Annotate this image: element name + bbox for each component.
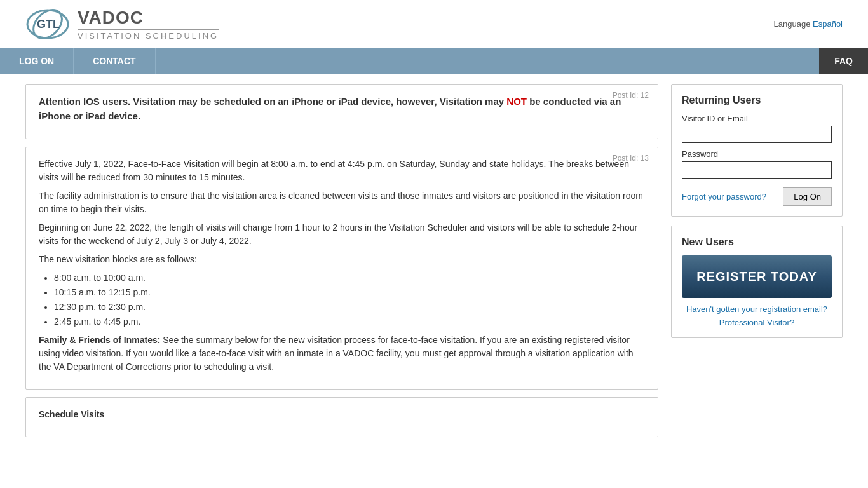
password-label: Password <box>682 149 832 159</box>
schedule-visits-title: Schedule Visits <box>39 409 104 419</box>
attention-message: Attention IOS users. Visitation may be s… <box>39 95 645 123</box>
nav-contact[interactable]: CONTACT <box>74 48 155 74</box>
visitation-blocks-list: 8:00 a.m. to 10:00 a.m. 10:15 a.m. to 12… <box>54 271 645 329</box>
content-area: Post Id: 12 Attention IOS users. Visitat… <box>25 84 658 437</box>
post2-para1: Effective July 1, 2022, Face-to-Face Vis… <box>39 158 645 184</box>
new-users-box: New Users REGISTER TODAY Haven't gotten … <box>671 226 843 338</box>
block-item-1: 8:00 a.m. to 10:00 a.m. <box>54 271 645 285</box>
espanol-link[interactable]: Español <box>813 19 843 29</box>
post-id-1: Post Id: 12 <box>613 91 649 100</box>
logon-button[interactable]: Log On <box>783 187 832 206</box>
block-item-2: 10:15 a.m. to 12:15 p.m. <box>54 286 645 299</box>
family-friends-label: Family & Friends of Inmates: <box>39 335 160 345</box>
block-item-4: 2:45 p.m. to 4:45 p.m. <box>54 315 645 329</box>
sidebar: Returning Users Visitor ID or Email Pass… <box>671 84 843 437</box>
logo-text-block: VADOC VISITATION SCHEDULING <box>78 8 219 41</box>
post2-para3: Beginning on June 22, 2022, the length o… <box>39 221 645 248</box>
language-selector: Language Español <box>774 19 843 29</box>
nav-logon[interactable]: LOG ON <box>0 48 74 74</box>
nav-faq[interactable]: FAQ <box>819 48 868 74</box>
visitor-id-label: Visitor ID or Email <box>682 114 832 123</box>
form-actions: Forgot your password? Log On <box>682 187 832 206</box>
post-card-1: Post Id: 12 Attention IOS users. Visitat… <box>25 84 658 139</box>
visitor-id-input[interactable] <box>682 126 832 143</box>
no-registration-email-link[interactable]: Haven't gotten your registration email? <box>682 304 832 314</box>
post2-para2: The facility administration is to ensure… <box>39 189 645 216</box>
language-label: Language <box>774 19 811 29</box>
gtl-logo-icon: GTL <box>25 6 70 41</box>
password-input[interactable] <box>682 161 832 179</box>
header: GTL VADOC VISITATION SCHEDULING Language… <box>0 0 868 48</box>
professional-visitor-link[interactable]: Professional Visitor? <box>682 318 832 327</box>
not-label: NOT <box>506 96 527 107</box>
returning-users-box: Returning Users Visitor ID or Email Pass… <box>671 84 843 217</box>
forgot-password-link[interactable]: Forgot your password? <box>682 192 766 201</box>
vadoc-title: VADOC <box>78 8 219 30</box>
post-card-3: Schedule Visits <box>25 397 658 437</box>
post-card-2: Post Id: 13 Effective July 1, 2022, Face… <box>25 147 658 390</box>
logo-area: GTL VADOC VISITATION SCHEDULING <box>25 6 219 41</box>
post-id-2: Post Id: 13 <box>613 154 649 163</box>
svg-text:GTL: GTL <box>37 18 60 30</box>
returning-users-title: Returning Users <box>682 95 832 106</box>
main-container: Post Id: 12 Attention IOS users. Visitat… <box>0 74 868 447</box>
register-today-button[interactable]: REGISTER TODAY <box>682 255 832 298</box>
new-users-title: New Users <box>682 236 832 248</box>
block-item-3: 12:30 p.m. to 2:30 p.m. <box>54 301 645 314</box>
subtitle-label: VISITATION SCHEDULING <box>78 31 219 41</box>
post2-para4: The new visitation blocks are as follows… <box>39 253 645 266</box>
attention-text-before: Attention IOS users. Visitation may be s… <box>39 96 506 107</box>
navigation: LOG ON CONTACT FAQ <box>0 48 868 74</box>
post2-para5: Family & Friends of Inmates: See the sum… <box>39 334 645 374</box>
